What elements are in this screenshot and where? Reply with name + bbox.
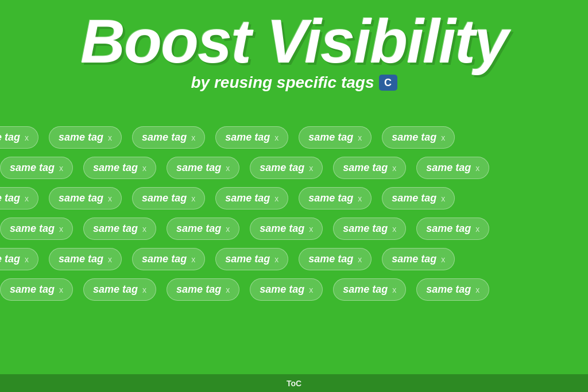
tag-pill: same tagx	[416, 157, 489, 179]
tag-label: same tag	[142, 131, 187, 143]
tag-label: same tag	[343, 223, 388, 235]
tag-pill: same tagx	[132, 187, 205, 209]
tag-close: x	[441, 134, 445, 142]
tag-label: same tag	[343, 284, 388, 296]
tag-close: x	[358, 134, 362, 142]
tag-pill: same tagx	[250, 218, 323, 240]
tag-close: x	[142, 286, 146, 294]
tag-close: x	[226, 286, 230, 294]
tag-close: x	[25, 134, 29, 142]
tag-label: same tag	[10, 284, 55, 296]
tag-close: x	[274, 255, 278, 263]
tag-close: x	[358, 195, 362, 203]
tag-pill: same tagx	[49, 187, 122, 209]
tag-close: x	[142, 164, 146, 172]
header-section: Boost Visibility by reusing specific tag…	[0, 0, 588, 98]
tag-label: same tag	[0, 253, 20, 265]
tag-close: x	[392, 286, 396, 294]
tag-close: x	[309, 225, 313, 233]
tag-close: x	[108, 255, 112, 263]
tag-label: same tag	[59, 131, 103, 143]
tag-pill: same tagx	[0, 187, 38, 209]
tag-label: same tag	[260, 284, 304, 296]
tags-container: same tagx same tagx same tagx same tagx …	[0, 126, 588, 392]
tag-label: same tag	[93, 162, 138, 174]
tags-row: same tagx same tagx same tagx same tagx …	[0, 157, 588, 179]
tag-close: x	[475, 225, 479, 233]
tag-pill: same tagx	[333, 278, 406, 301]
tags-row: same tagx same tagx same tagx same tagx …	[0, 126, 588, 149]
tag-pill: same tagx	[382, 248, 455, 270]
tag-pill: same tagx	[333, 157, 406, 179]
tag-label: same tag	[10, 223, 55, 235]
tag-pill: same tagx	[382, 126, 455, 149]
tag-label: same tag	[260, 162, 304, 174]
tag-pill: same tagx	[0, 248, 38, 270]
tag-close: x	[142, 225, 146, 233]
tag-close: x	[191, 134, 195, 142]
subtitle-text: by reusing specific tags	[191, 73, 374, 92]
tag-pill: same tagx	[49, 126, 122, 149]
tag-pill: same tagx	[167, 278, 239, 301]
tag-label: same tag	[10, 162, 55, 174]
tag-label: same tag	[59, 192, 103, 204]
tag-close: x	[59, 164, 63, 172]
tag-close: x	[475, 286, 479, 294]
tag-pill: same tagx	[167, 157, 239, 179]
tag-label: same tag	[308, 131, 353, 143]
tag-close: x	[358, 255, 362, 263]
tag-pill: same tagx	[83, 278, 156, 301]
tag-pill: same tagx	[215, 187, 288, 209]
tag-close: x	[59, 225, 63, 233]
tag-pill: same tagx	[416, 278, 489, 301]
tag-label: same tag	[176, 223, 221, 235]
tag-close: x	[226, 225, 230, 233]
tag-pill: same tagx	[132, 126, 205, 149]
tag-pill: same tagx	[299, 248, 372, 270]
tag-label: same tag	[176, 284, 221, 296]
tag-close: x	[274, 195, 278, 203]
tag-label: same tag	[93, 223, 138, 235]
tag-close: x	[25, 195, 29, 203]
tags-row: same tagx same tagx same tagx same tagx …	[0, 278, 588, 301]
toc-bar: ToC	[0, 374, 588, 392]
tag-label: same tag	[260, 223, 304, 235]
tag-label: same tag	[392, 192, 436, 204]
tag-pill: same tagx	[299, 126, 372, 149]
tag-pill: same tagx	[83, 218, 156, 240]
tag-pill: same tagx	[215, 248, 288, 270]
subtitle: by reusing specific tags C	[0, 73, 588, 92]
tag-label: same tag	[176, 162, 221, 174]
tag-pill: same tagx	[49, 248, 122, 270]
tag-label: same tag	[93, 284, 138, 296]
tag-label: same tag	[426, 223, 471, 235]
tag-label: same tag	[308, 192, 353, 204]
tag-label: same tag	[59, 253, 103, 265]
toc-text: ToC	[287, 379, 301, 388]
tag-label: same tag	[0, 131, 20, 143]
tag-label: same tag	[225, 253, 270, 265]
tag-label: same tag	[0, 192, 20, 204]
tag-close: x	[441, 255, 445, 263]
background: Boost Visibility by reusing specific tag…	[0, 0, 588, 392]
main-title: Boost Visibility	[0, 10, 588, 72]
tag-pill: same tagx	[250, 278, 323, 301]
tag-pill: same tagx	[250, 157, 323, 179]
tag-label: same tag	[426, 284, 471, 296]
tags-row: same tagx same tagx same tagx same tagx …	[0, 187, 588, 209]
tag-close: x	[108, 134, 112, 142]
tag-label: same tag	[225, 192, 270, 204]
tag-close: x	[25, 255, 29, 263]
tag-close: x	[191, 255, 195, 263]
tag-pill: same tagx	[299, 187, 372, 209]
tag-label: same tag	[142, 253, 187, 265]
tag-close: x	[309, 164, 313, 172]
tag-pill: same tagx	[333, 218, 406, 240]
tag-label: same tag	[225, 131, 270, 143]
tag-label: same tag	[392, 253, 436, 265]
tag-pill: same tagx	[0, 157, 73, 179]
tag-pill: same tagx	[0, 126, 38, 149]
tag-close: x	[274, 134, 278, 142]
tag-pill: same tagx	[382, 187, 455, 209]
tags-row: same tagx same tagx same tagx same tagx …	[0, 218, 588, 240]
